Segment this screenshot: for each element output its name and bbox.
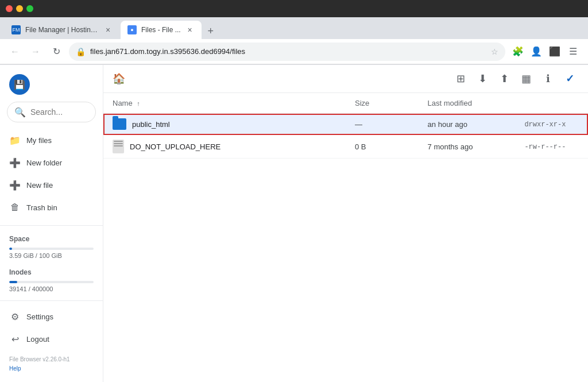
- version-text: File Browser v2.26.0-h1: [9, 355, 94, 364]
- tab-close-1[interactable]: ×: [103, 25, 113, 34]
- breadcrumb-home[interactable]: 🏠: [113, 72, 125, 85]
- browser-tab-2[interactable]: ● Files - File ... ×: [121, 21, 202, 39]
- info-icon[interactable]: ℹ: [539, 70, 557, 88]
- app-logo: 💾: [0, 70, 103, 102]
- browser-titlebar: [0, 0, 588, 17]
- space-progress-fill: [9, 248, 12, 250]
- maximize-traffic-light[interactable]: [26, 5, 33, 12]
- sidebar-item-my-files[interactable]: 📁 My files: [0, 129, 103, 152]
- sidebar-item-new-folder[interactable]: ➕ New folder: [0, 152, 103, 174]
- browser-chrome: FM File Manager | Hostinger × ● Files - …: [0, 0, 588, 65]
- search-icon: 🔍: [14, 107, 26, 118]
- extensions-icon[interactable]: 🧩: [510, 44, 526, 60]
- browser-tabs: FM File Manager | Hostinger × ● Files - …: [0, 17, 588, 39]
- download-icon[interactable]: ⬇: [473, 70, 492, 88]
- help-link[interactable]: Help: [9, 364, 94, 373]
- tab-title-2: Files - File ...: [141, 26, 181, 34]
- column-modified[interactable]: Last modified: [419, 93, 516, 114]
- new-tab-button[interactable]: +: [203, 23, 219, 39]
- settings-icon: ⚙: [9, 311, 21, 322]
- my-files-label: My files: [26, 136, 52, 145]
- tab-close-2[interactable]: ×: [185, 25, 195, 34]
- file-table-header: Name ↑ Size Last modified: [103, 93, 588, 114]
- address-bar[interactable]: 🔒 files.jan671.dom.togy.in.s395636.ded69…: [69, 43, 505, 61]
- sidebar-footer: ⚙ Settings ↩ Logout File Browser v2.26.0…: [0, 300, 103, 378]
- check-icon[interactable]: ✓: [560, 70, 579, 88]
- browser-toolbar-actions: 🧩 👤 ⬛ ☰: [510, 44, 581, 60]
- refresh-button[interactable]: ↻: [48, 44, 64, 60]
- favorites-icon[interactable]: ⬛: [547, 44, 563, 60]
- search-input[interactable]: [30, 107, 88, 117]
- sidebar-divider-1: [0, 225, 103, 226]
- upload-icon[interactable]: ⬆: [495, 70, 513, 88]
- lock-icon: 🔒: [76, 47, 86, 56]
- new-folder-label: New folder: [26, 159, 62, 167]
- sidebar-item-settings[interactable]: ⚙ Settings: [0, 306, 103, 328]
- file-name-text: DO_NOT_UPLOAD_HERE: [130, 142, 220, 151]
- column-permissions: [515, 93, 588, 114]
- sidebar-item-logout[interactable]: ↩ Logout: [0, 328, 103, 350]
- logout-label: Logout: [26, 335, 49, 344]
- app-container: 💾 🔍 📁 My files ➕ New folder ➕ New file 🗑…: [0, 65, 588, 382]
- main-action-icons: ⊞ ⬇ ⬆ ▦ ℹ ✓: [451, 70, 579, 88]
- file-name-cell: public_html: [103, 114, 346, 135]
- file-modified-cell: 7 months ago: [419, 135, 516, 159]
- new-folder-icon: ➕: [9, 157, 21, 168]
- traffic-lights: [6, 5, 33, 12]
- permissions-text: drwxr-xr-x: [524, 121, 566, 129]
- inodes-progress-fill: [9, 281, 17, 283]
- logo-icon: 💾: [9, 74, 30, 95]
- table-row[interactable]: DO_NOT_UPLOAD_HERE 0 B 7 months ago -rw-…: [103, 135, 588, 159]
- inodes-progress-bg: [9, 281, 94, 283]
- new-file-icon: ➕: [9, 180, 21, 191]
- file-modified-cell: an hour ago: [419, 114, 516, 135]
- logout-icon: ↩: [9, 334, 21, 345]
- file-perms-cell: -rw-r--r--: [515, 135, 588, 159]
- profile-icon[interactable]: 👤: [528, 44, 544, 60]
- column-size[interactable]: Size: [346, 93, 419, 114]
- space-section: Space 3.59 GiB / 100 GiB: [0, 230, 103, 264]
- inodes-text: 39141 / 400000: [9, 285, 94, 292]
- browser-toolbar: ← → ↻ 🔒 files.jan671.dom.togy.in.s395636…: [0, 39, 588, 64]
- file-table-body: public_html — an hour ago drwxr-xr-x: [103, 114, 588, 159]
- sort-arrow-icon: ↑: [137, 100, 140, 107]
- file-size-cell: 0 B: [346, 135, 419, 159]
- menu-icon[interactable]: ☰: [565, 44, 581, 60]
- file-size-cell: —: [346, 114, 419, 135]
- space-progress-bg: [9, 248, 94, 250]
- file-icon: [113, 140, 124, 153]
- folder-icon: [113, 118, 126, 130]
- tab-title-1: File Manager | Hostinger: [25, 26, 99, 34]
- file-perms-cell: drwxr-xr-x: [515, 114, 588, 135]
- file-name-cell: DO_NOT_UPLOAD_HERE: [103, 135, 346, 159]
- table-row[interactable]: public_html — an hour ago drwxr-xr-x: [103, 114, 588, 135]
- sidebar-item-new-file[interactable]: ➕ New file: [0, 174, 103, 196]
- my-files-icon: 📁: [9, 135, 21, 146]
- space-text: 3.59 GiB / 100 GiB: [9, 252, 94, 259]
- browser-tab-1[interactable]: FM File Manager | Hostinger ×: [5, 21, 119, 39]
- sidebar-item-trash[interactable]: 🗑 Trash bin: [0, 196, 103, 218]
- minimize-traffic-light[interactable]: [16, 5, 23, 12]
- space-title: Space: [9, 235, 94, 243]
- trash-label: Trash bin: [26, 203, 57, 212]
- forward-button[interactable]: →: [28, 44, 44, 60]
- footer-info: File Browser v2.26.0-h1 Help: [0, 350, 103, 373]
- file-table: Name ↑ Size Last modified: [103, 93, 588, 382]
- column-name[interactable]: Name ↑: [103, 93, 346, 114]
- settings-label: Settings: [26, 312, 53, 321]
- back-button[interactable]: ←: [7, 44, 23, 60]
- main-toolbar: 🏠 ⊞ ⬇ ⬆ ▦ ℹ ✓: [103, 65, 588, 93]
- chart-icon[interactable]: ▦: [517, 70, 535, 88]
- inodes-title: Inodes: [9, 268, 94, 276]
- url-text: files.jan671.dom.togy.in.s395636.ded6994…: [90, 47, 486, 56]
- grid-view-icon[interactable]: ⊞: [451, 70, 470, 88]
- sidebar-nav: 📁 My files ➕ New folder ➕ New file 🗑 Tra…: [0, 127, 103, 221]
- tab-favicon-2: ●: [127, 25, 137, 34]
- search-box[interactable]: 🔍: [7, 102, 96, 122]
- sidebar: 💾 🔍 📁 My files ➕ New folder ➕ New file 🗑…: [0, 65, 103, 382]
- new-file-label: New file: [26, 181, 53, 190]
- bookmark-icon[interactable]: ☆: [491, 47, 498, 56]
- close-traffic-light[interactable]: [6, 5, 13, 12]
- file-name-text: public_html: [132, 120, 170, 129]
- trash-icon: 🗑: [9, 202, 21, 213]
